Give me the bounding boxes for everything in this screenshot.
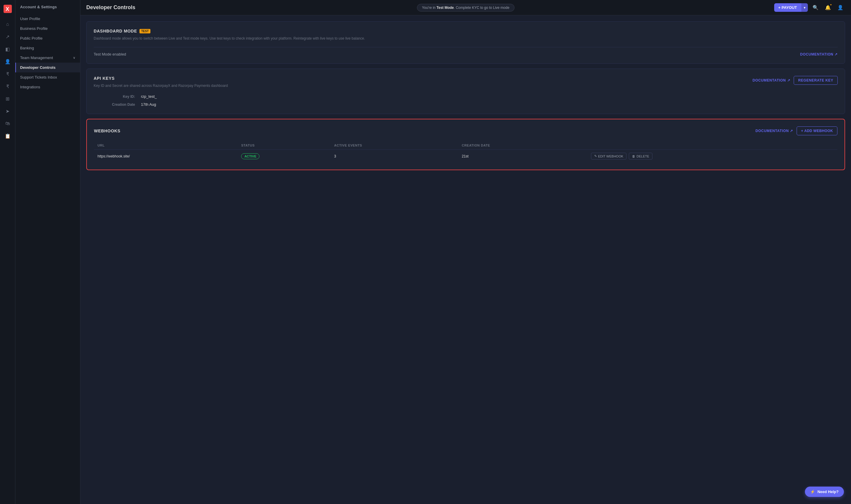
chevron-icon: ∨ [73,56,75,60]
sidebar-item-label: Banking [20,46,34,50]
webhooks-table: URL Status Active Events Creation Date h… [94,141,837,162]
edit-webhook-button[interactable]: ✎ EDIT WEBHOOK [591,153,627,160]
status-badge: ACTIVE [241,153,259,159]
sidebar-item-label: Business Profile [20,26,48,31]
sidebar-item-label: Support Tickets Inbox [20,75,57,79]
webhooks-title: WEBHOOKS [94,128,121,133]
bag-icon[interactable]: 🛍 [2,118,13,129]
api-keys-title-row: API KEYS [94,76,753,80]
person-icon[interactable]: 👤 [2,56,13,67]
webhook-actions: ✎ EDIT WEBHOOK 🗑 DELETE [587,150,837,163]
trash-icon: 🗑 [632,155,635,158]
divider [94,47,838,47]
sidebar-title: Account & Settings [15,5,80,14]
svg-text:X: X [6,6,9,12]
creation-date-value: 17th Aug [141,102,156,107]
creation-date-label: Creation Date [106,103,135,107]
webhooks-card: WEBHOOKS DOCUMENTATION ↗ + ADD WEBHOOK U… [86,119,845,170]
dashboard-mode-card: DASHBOARD MODE TEST Dashboard mode allow… [86,21,845,64]
dashboard-mode-header: DASHBOARD MODE TEST [94,29,838,33]
webhook-url: https://webhook.site/ [94,150,238,163]
need-help-button[interactable]: ⚡ Need Help? [805,487,844,497]
creation-date-row: Creation Date 17th Aug [106,102,838,107]
col-status: Status [238,141,331,150]
mode-status: Test Mode enabled [94,52,126,56]
api-keys-card: API KEYS Key ID and Secret are shared ac… [86,69,845,114]
col-url: URL [94,141,238,150]
webhook-creation-date: 21st [458,150,587,163]
webhook-status: ACTIVE [238,150,331,163]
dashboard-doc-link[interactable]: DOCUMENTATION ↗ [800,52,838,56]
test-mode-banner: You're in Test Mode. Complete KYC to go … [417,4,514,12]
dashboard-mode-title: DASHBOARD MODE [94,29,137,33]
user-menu-button[interactable]: 👤 [836,3,845,13]
rupee2-icon[interactable]: ₹ [2,81,13,92]
payout-group: + PAYOUT ▾ [774,3,808,12]
api-keys-title: API KEYS [94,76,115,80]
sidebar-item-team-management[interactable]: Team Management ∨ [15,53,80,62]
mode-row: Test Mode enabled DOCUMENTATION ↗ [94,52,838,56]
notification-wrapper: 🔔 [823,3,833,13]
invoice-icon[interactable]: ◧ [2,44,13,54]
key-id-row: Key ID: rzp_test_ [106,94,838,99]
webhooks-doc-link[interactable]: DOCUMENTATION ↗ [756,129,793,133]
sidebar-item-integrations[interactable]: Integrations [15,82,80,92]
sidebar-item-label: Developer Controls [20,65,56,70]
regenerate-key-button[interactable]: REGENERATE KEY [794,76,838,85]
sidebar-item-support-tickets-inbox[interactable]: Support Tickets Inbox [15,72,80,82]
dashboard-mode-desc: Dashboard mode allows you to switch betw… [94,36,838,41]
api-keys-header: API KEYS Key ID and Secret are shared ac… [94,76,838,88]
api-keys-actions: DOCUMENTATION ↗ REGENERATE KEY [753,76,838,85]
logo-icon[interactable]: X [2,3,13,14]
report-icon[interactable]: 📋 [2,130,13,141]
rupee-icon[interactable]: ₹ [2,69,13,79]
key-id-value: rzp_test_ [141,94,157,99]
key-id-label: Key ID: [106,94,135,99]
add-webhook-button[interactable]: + ADD WEBHOOK [797,126,837,135]
sidebar-item-business-profile[interactable]: Business Profile [15,24,80,33]
test-badge: TEST [140,29,151,33]
help-icon: ⚡ [810,489,815,494]
api-keys-desc: Key ID and Secret are shared across Razo… [94,83,753,88]
topbar: Developer Controls You're in Test Mode. … [80,0,851,15]
sidebar-item-label: Team Management [20,56,53,60]
webhook-active-events: 3 [331,150,458,163]
sidebar-item-label: User Profile [20,17,40,21]
sidebar-item-user-profile[interactable]: User Profile [15,14,80,24]
api-keys-info: API KEYS Key ID and Secret are shared ac… [94,76,753,88]
send-icon[interactable]: ➤ [2,106,13,116]
api-doc-link[interactable]: DOCUMENTATION ↗ [753,78,790,83]
search-button[interactable]: 🔍 [811,3,820,13]
arrow-up-right-icon[interactable]: ↗ [2,31,13,42]
left-sidebar: Account & Settings User Profile Business… [15,0,80,504]
external-link-icon: ↗ [834,52,838,56]
api-fields: Key ID: rzp_test_ Creation Date 17th Aug [94,94,838,107]
sidebar-item-label: Public Profile [20,36,42,40]
webhooks-header: WEBHOOKS DOCUMENTATION ↗ + ADD WEBHOOK [94,126,837,135]
topbar-actions: + PAYOUT ▾ 🔍 🔔 👤 [774,3,845,13]
home-icon[interactable]: ⌂ [2,19,13,30]
col-actions [587,141,837,150]
webhooks-actions: DOCUMENTATION ↗ + ADD WEBHOOK [756,126,837,135]
edit-icon: ✎ [594,154,597,158]
webhook-action-buttons: ✎ EDIT WEBHOOK 🗑 DELETE [591,153,834,160]
sidebar-item-public-profile[interactable]: Public Profile [15,33,80,43]
sidebar-item-developer-controls[interactable]: Developer Controls [15,62,80,72]
col-active-events: Active Events [331,141,458,150]
sidebar-item-banking[interactable]: Banking [15,43,80,53]
content-area: DASHBOARD MODE TEST Dashboard mode allow… [80,15,851,504]
notification-dot [830,3,832,6]
payout-button[interactable]: + PAYOUT [774,3,801,12]
grid-icon[interactable]: ⊞ [2,93,13,104]
col-creation-date: Creation Date [458,141,587,150]
main-content: Developer Controls You're in Test Mode. … [80,0,851,504]
table-row: https://webhook.site/ ACTIVE 3 21st ✎ ED… [94,150,837,163]
payout-dropdown-button[interactable]: ▾ [801,3,808,12]
sidebar-item-label: Integrations [20,85,40,89]
api-external-link-icon: ↗ [787,78,791,83]
webhooks-external-link-icon: ↗ [790,129,793,133]
delete-webhook-button[interactable]: 🗑 DELETE [629,153,652,160]
icon-sidebar: X ⌂ ↗ ◧ 👤 ₹ ₹ ⊞ ➤ 🛍 📋 [0,0,15,504]
